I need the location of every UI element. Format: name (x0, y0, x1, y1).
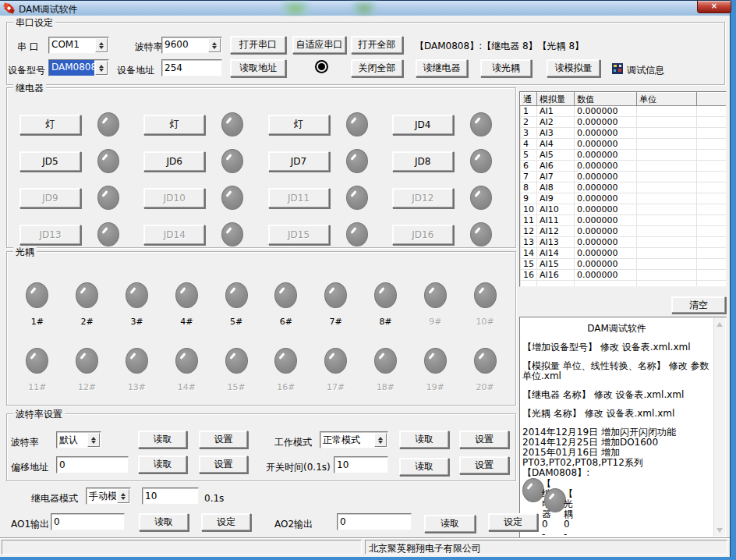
workmode-read-button[interactable]: 读取 (399, 431, 449, 448)
workmode-combo[interactable]: 正常模式 (320, 431, 388, 448)
opto-label: 6# (280, 317, 292, 327)
port-combo-value[interactable]: COM1 (49, 37, 94, 53)
open-port-button[interactable]: 打开串口 (230, 36, 286, 54)
baudrate-set-button[interactable]: 设置 (199, 431, 248, 448)
dropdown-arrow-icon[interactable] (374, 433, 387, 447)
analog-column-header[interactable]: 数值 (575, 93, 637, 106)
model-label: 设备型号 (8, 64, 45, 77)
relay-mode-combo-value[interactable]: 手动模式 (87, 488, 116, 504)
relay-button[interactable]: 灯 (268, 115, 330, 135)
baud-combo[interactable]: 9600 (161, 37, 222, 54)
relay-button[interactable]: JD14 (143, 225, 205, 245)
ao1-read-button[interactable]: 读取 (139, 513, 189, 531)
analog-row[interactable]: 3AI30.000000 (521, 128, 727, 139)
close-all-button[interactable]: 关闭全部 (351, 59, 403, 77)
auto-port-button[interactable]: 自适应串口 (292, 36, 346, 54)
relay-button[interactable]: JD7 (268, 151, 330, 172)
analog-column-header[interactable]: 模拟量 (537, 93, 575, 106)
switch-read-button[interactable]: 读取 (399, 458, 449, 476)
dropdown-arrow-icon[interactable] (208, 38, 221, 52)
relay-button[interactable]: JD11 (268, 188, 330, 208)
relay-button[interactable]: JD13 (19, 225, 81, 245)
scroll-up-icon[interactable] (717, 322, 723, 327)
analog-cell: AI8 (537, 183, 575, 193)
baudrate-combo[interactable]: 默认 (56, 431, 101, 448)
switch-time-input[interactable] (334, 456, 388, 473)
analog-column-header[interactable]: 单位 (637, 93, 697, 106)
offset-read-button[interactable]: 读取 (138, 455, 187, 473)
read-opto-button[interactable]: 读光耦 (480, 59, 532, 77)
analog-cell (637, 237, 697, 248)
clear-button[interactable]: 清空 (671, 296, 726, 314)
read-analog-button[interactable]: 读模拟量 (547, 59, 600, 77)
analog-row[interactable]: 7AI70.000000 (521, 172, 727, 183)
dropdown-arrow-icon[interactable] (87, 433, 100, 447)
opto-indicator-light (324, 348, 347, 374)
analog-row[interactable]: 16AI160.000000 (521, 270, 727, 281)
open-all-button[interactable]: 打开全部 (351, 36, 403, 54)
ao2-set-button[interactable]: 设定 (488, 513, 538, 531)
ao1-input[interactable] (51, 513, 125, 530)
analog-row[interactable]: 4AI40.000000 (521, 139, 727, 150)
ao1-set-button[interactable]: 设定 (201, 513, 251, 531)
analog-row[interactable]: 15AI150.000000 (521, 259, 727, 270)
ao2-read-button[interactable]: 读取 (424, 515, 476, 533)
analog-column-header[interactable] (697, 93, 727, 106)
analog-row[interactable]: 14AI140.000000 (521, 248, 727, 259)
relay-cell: JD4 (392, 106, 516, 143)
relay-button[interactable]: JD10 (143, 188, 205, 208)
analog-row[interactable]: 1AI10.000000 (521, 106, 727, 117)
relay-button[interactable]: JD4 (392, 115, 454, 135)
dropdown-arrow-icon[interactable] (95, 38, 108, 52)
model-combo-value[interactable]: DAM0808 (49, 60, 94, 76)
relay-button[interactable]: JD6 (143, 151, 205, 172)
analog-row[interactable]: 6AI60.000000 (521, 161, 727, 172)
relay-button[interactable]: JD9 (19, 188, 81, 208)
relay-button[interactable]: JD12 (392, 188, 454, 208)
relay-button[interactable]: JD16 (392, 225, 454, 245)
read-relay-button[interactable]: 读继电器 (416, 59, 468, 77)
app-icon (3, 2, 15, 14)
analog-row[interactable]: 13AI130.000000 (521, 237, 727, 248)
baudrate-read-button[interactable]: 读取 (138, 431, 187, 448)
opto-indicator-light (76, 348, 98, 374)
model-combo[interactable]: DAM0808 (48, 59, 109, 76)
relay-button[interactable]: JD8 (392, 151, 454, 172)
analog-cell (637, 259, 697, 270)
workmode-set-button[interactable]: 设置 (459, 431, 509, 448)
relay-button[interactable]: JD5 (19, 151, 81, 172)
debug-info-textarea[interactable]: DAM调试软件【增加设备型号】 修改 设备表.xml.xml【模拟量 单位、线性… (519, 317, 727, 538)
offset-input[interactable] (56, 456, 129, 473)
relay-mode-combo[interactable]: 手动模式 (86, 487, 131, 505)
port-combo[interactable]: COM1 (48, 37, 109, 54)
analog-row[interactable]: 9AI90.000000 (521, 193, 727, 204)
analog-row[interactable]: 12AI120.000000 (521, 226, 727, 237)
analog-row[interactable]: 2AI20.000000 (521, 117, 727, 128)
scroll-down-icon[interactable] (717, 528, 723, 533)
titlebar[interactable]: DAM调试软件 × (0, 0, 730, 16)
address-input[interactable] (161, 59, 222, 76)
debug-info-icon[interactable] (611, 62, 624, 75)
baudrate-combo-value[interactable]: 默认 (57, 432, 87, 448)
analog-row[interactable]: 11AI110.000000 (521, 215, 727, 226)
relay-button[interactable]: 灯 (19, 115, 81, 135)
analog-column-header[interactable]: 通 (521, 93, 537, 106)
read-address-button[interactable]: 读取地址 (230, 59, 286, 77)
relay-button[interactable]: JD15 (268, 225, 330, 245)
relay-mode-time-input[interactable] (142, 487, 199, 505)
relay-button[interactable]: 灯 (143, 115, 205, 135)
baud-combo-value[interactable]: 9600 (162, 37, 207, 53)
analog-cell (637, 139, 697, 150)
switch-set-button[interactable]: 设置 (459, 456, 509, 474)
dropdown-arrow-icon[interactable] (117, 489, 129, 503)
analog-row[interactable]: 8AI80.000000 (521, 183, 727, 193)
scrollbar[interactable] (713, 318, 725, 537)
analog-row[interactable]: 5AI50.000000 (521, 150, 727, 161)
offset-set-button[interactable]: 设置 (199, 455, 248, 473)
workmode-combo-value[interactable]: 正常模式 (320, 432, 373, 448)
ao2-input[interactable] (337, 513, 412, 530)
analog-row[interactable]: 10AI100.000000 (521, 204, 727, 215)
close-button[interactable]: × (697, 1, 731, 13)
relay-cell: JD6 (143, 143, 267, 179)
dropdown-arrow-icon[interactable] (95, 61, 108, 75)
